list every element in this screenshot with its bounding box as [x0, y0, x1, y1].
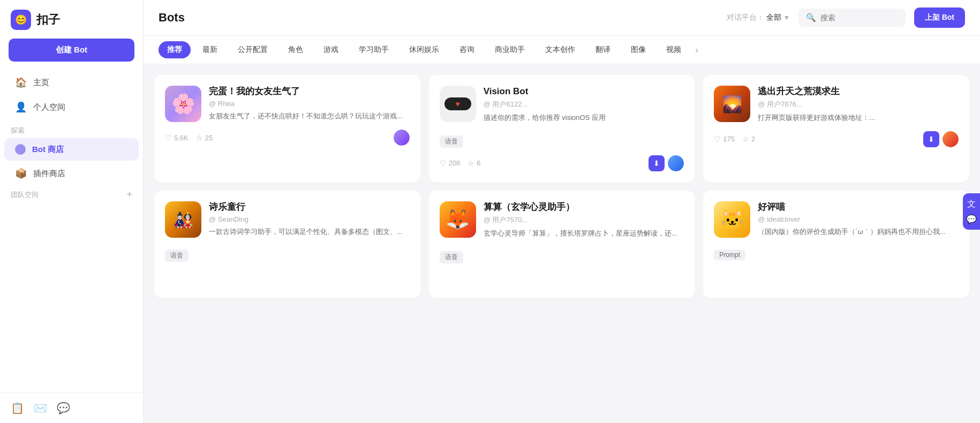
card-footer: ♡ 208 ☆ 6 ⬇: [440, 155, 684, 171]
search-box: 🔍: [798, 9, 906, 27]
search-input[interactable]: [820, 13, 898, 22]
card-avatar: [440, 86, 476, 122]
like-stat: ♡ 5.6K: [165, 133, 189, 142]
card-info: Vision Bot @ 用户6122... 描述你的需求，给你推荐 visio…: [484, 86, 684, 124]
card-avatar: 🎎: [165, 201, 201, 238]
card-desc: 玄学心灵导师「算算」，擅长塔罗牌占卜，星座运势解读，还...: [484, 228, 684, 239]
vision-goggle: [444, 97, 471, 110]
tab-consulting[interactable]: 咨询: [451, 41, 483, 58]
like-stat: ♡ 175: [714, 135, 735, 143]
card-desc: 一款古诗词学习助手，可以满足个性化、具备多模态（图文、...: [209, 226, 410, 238]
header-right: 对话平台： 全部 ▼ 🔍 上架 Bot: [727, 7, 965, 28]
sidebar-item-home[interactable]: 🏠 主页: [4, 71, 139, 94]
star-icon: ☆: [742, 135, 749, 143]
card-info: 完蛋！我的女友生气了 @ Rhea 女朋友生气了，还不快点哄好！不知道怎么哄？玩…: [209, 86, 410, 122]
card-author: @ 用户7876...: [758, 100, 959, 109]
platform-selector[interactable]: 对话平台： 全部 ▼: [727, 13, 790, 22]
home-icon: 🏠: [15, 77, 27, 88]
tab-leisure[interactable]: 休闲娱乐: [401, 41, 448, 58]
card-title: Vision Bot: [484, 86, 684, 97]
download-button[interactable]: ⬇: [923, 131, 939, 147]
card-author: @ 用户7570...: [484, 215, 684, 225]
tab-image[interactable]: 图像: [622, 41, 654, 58]
card-header: 🦊 算算（玄学心灵助手） @ 用户7570... 玄学心灵导师「算算」，擅长塔罗…: [440, 201, 684, 239]
search-icon: 🔍: [806, 13, 816, 22]
tab-translate[interactable]: 翻译: [587, 41, 619, 58]
bot-card-3[interactable]: 🌄 逃出升天之荒漠求生 @ 用户7876... 打开网页版获得更好游戏体验地址：…: [703, 75, 969, 182]
translate-float-icon[interactable]: 文: [967, 199, 976, 210]
card-title: 诗乐童行: [209, 201, 410, 213]
card-author: @ SeanDing: [209, 215, 410, 223]
sidebar-item-bot-store[interactable]: Bot 商店: [4, 138, 139, 161]
tab-role[interactable]: 角色: [280, 41, 312, 58]
like-icon: ♡: [440, 159, 447, 168]
tab-game[interactable]: 游戏: [315, 41, 347, 58]
card-header: 🐱 好评喵 @ idealclover （国内版）你的评价生成助手（´ω｀）妈妈…: [714, 201, 959, 238]
card-header: 🌄 逃出升天之荒漠求生 @ 用户7876... 打开网页版获得更好游戏体验地址：…: [714, 86, 959, 124]
chat-float-icon[interactable]: 💬: [966, 214, 977, 224]
filter-tabs: 推荐 最新 公开配置 角色 游戏 学习助手 休闲娱乐 咨询 商业助手 文本创作 …: [144, 36, 980, 64]
plugin-icon: 📦: [15, 168, 27, 179]
like-stat: ♡ 208: [440, 159, 461, 168]
card-stats: ♡ 5.6K ☆ 25: [165, 133, 213, 142]
chevron-down-icon: ▼: [783, 14, 790, 21]
sidebar-item-label: Bot 商店: [32, 145, 64, 155]
card-author: @ idealclover: [758, 215, 959, 223]
card-title: 逃出升天之荒漠求生: [758, 86, 959, 97]
doc-icon[interactable]: 📋: [11, 402, 24, 414]
card-title: 好评喵: [758, 201, 959, 213]
mail-icon[interactable]: ✉️: [34, 402, 47, 414]
card-actions: [394, 130, 410, 146]
main-content: Bots 对话平台： 全部 ▼ 🔍 上架 Bot 推荐 最新 公开配置 角色 游…: [144, 0, 980, 423]
tab-video[interactable]: 视频: [658, 41, 690, 58]
bot-card-5[interactable]: 🦊 算算（玄学心灵助手） @ 用户7570... 玄学心灵导师「算算」，擅长塔罗…: [429, 191, 695, 298]
explore-section-label: 探索: [0, 119, 143, 138]
tab-business[interactable]: 商业助手: [486, 41, 533, 58]
star-stat: ☆ 25: [196, 133, 213, 142]
card-tag: 语音: [440, 251, 463, 263]
tab-learning[interactable]: 学习助手: [350, 41, 397, 58]
publish-button[interactable]: 上架 Bot: [914, 7, 965, 28]
chat-icon[interactable]: 💬: [57, 402, 70, 414]
page-title: Bots: [159, 11, 185, 25]
card-info: 诗乐童行 @ SeanDing 一款古诗词学习助手，可以满足个性化、具备多模态（…: [209, 201, 410, 238]
tab-recommended[interactable]: 推荐: [159, 41, 191, 58]
star-icon: ☆: [468, 159, 474, 168]
card-desc: 女朋友生气了，还不快点哄好！不知道怎么哄？玩玩这个游戏...: [209, 111, 410, 122]
card-avatar: 🌄: [714, 86, 750, 122]
author-avatar: [668, 155, 684, 171]
star-icon: ☆: [196, 133, 203, 142]
more-tabs-icon[interactable]: ›: [695, 44, 698, 56]
card-info: 好评喵 @ idealclover （国内版）你的评价生成助手（´ω｀）妈妈再也…: [758, 201, 959, 238]
download-button[interactable]: ⬇: [649, 155, 665, 171]
tab-newest[interactable]: 最新: [194, 41, 226, 58]
star-stat: ☆ 6: [468, 159, 480, 168]
card-desc: （国内版）你的评价生成助手（´ω｀）妈妈再也不用担心我...: [758, 226, 959, 238]
author-avatar: [943, 131, 959, 147]
bot-card-4[interactable]: 🎎 诗乐童行 @ SeanDing 一款古诗词学习助手，可以满足个性化、具备多模…: [154, 191, 420, 298]
team-label: 团队空间: [11, 190, 39, 200]
add-team-button[interactable]: +: [126, 189, 132, 200]
like-icon: ♡: [714, 135, 721, 143]
sidebar-item-label: 主页: [33, 78, 49, 88]
card-author: @ 用户6122...: [484, 100, 684, 109]
card-stats: ♡ 175 ☆ 2: [714, 135, 755, 143]
bot-card-6[interactable]: 🐱 好评喵 @ idealclover （国内版）你的评价生成助手（´ω｀）妈妈…: [703, 191, 969, 298]
sidebar-item-plugin-store[interactable]: 📦 插件商店: [4, 162, 139, 185]
cards-grid: 🌸 完蛋！我的女友生气了 @ Rhea 女朋友生气了，还不快点哄好！不知道怎么哄…: [144, 64, 980, 423]
tab-writing[interactable]: 文本创作: [537, 41, 584, 58]
card-title: 算算（玄学心灵助手）: [484, 201, 684, 213]
tab-public-config[interactable]: 公开配置: [229, 41, 276, 58]
logo-area: 😊 扣子: [0, 0, 143, 39]
card-footer: ♡ 175 ☆ 2 ⬇: [714, 131, 959, 147]
bot-card-1[interactable]: 🌸 完蛋！我的女友生气了 @ Rhea 女朋友生气了，还不快点哄好！不知道怎么哄…: [154, 75, 420, 182]
sidebar-item-personal[interactable]: 👤 个人空间: [4, 95, 139, 119]
bot-store-icon: [15, 144, 26, 155]
sidebar: 😊 扣子 创建 Bot 🏠 主页 👤 个人空间 探索 Bot 商店 📦 插件商店…: [0, 0, 144, 423]
card-info: 逃出升天之荒漠求生 @ 用户7876... 打开网页版获得更好游戏体验地址：..…: [758, 86, 959, 124]
bot-card-2[interactable]: Vision Bot @ 用户6122... 描述你的需求，给你推荐 visio…: [429, 75, 695, 182]
create-bot-button[interactable]: 创建 Bot: [9, 39, 134, 62]
card-header: Vision Bot @ 用户6122... 描述你的需求，给你推荐 visio…: [440, 86, 684, 124]
card-actions: ⬇: [649, 155, 684, 171]
sidebar-item-label: 个人空间: [33, 102, 65, 112]
